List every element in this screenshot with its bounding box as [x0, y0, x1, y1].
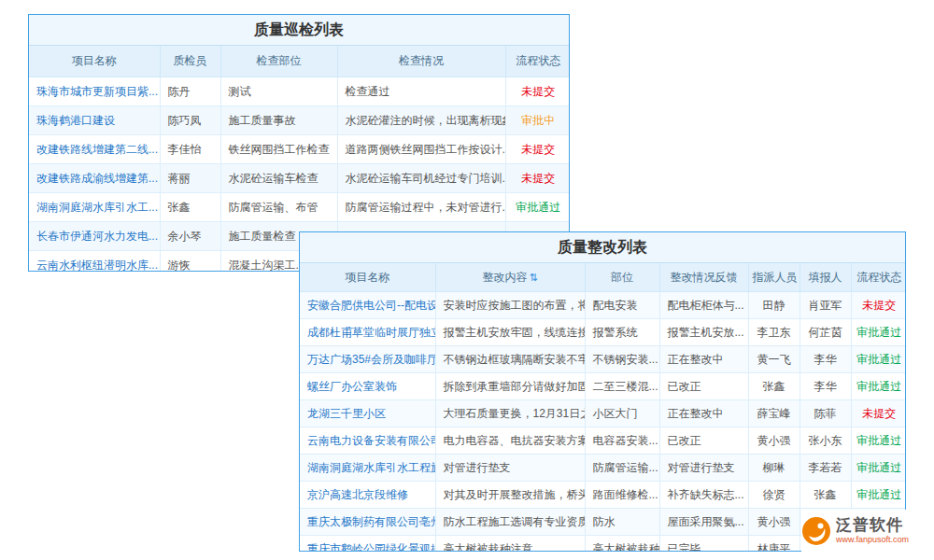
inspection-header-row: 项目名称 质检员 检查部位 检查情况 流程状态 — [29, 46, 570, 77]
part-cell: 防腐管运输... — [585, 455, 659, 482]
status-badge: 审批通过 — [851, 373, 906, 400]
check-situation-cell: 防腐管运输过程中，未对管进行... — [337, 193, 505, 222]
col-header-reporter: 填报人 — [800, 263, 851, 292]
check-part-cell: 测试 — [220, 77, 337, 106]
col-header-rect-content-label: 整改内容 — [482, 271, 527, 284]
assignee-cell: 黄小强 — [748, 427, 800, 455]
rectification-row[interactable]: 云南电力设备安装有限公司20... 电力电容器、电抗器安装方案... 电容器安装… — [300, 427, 906, 455]
project-link[interactable]: 改建铁路线增建第二线... — [29, 135, 160, 164]
part-cell: 报警系统 — [585, 319, 659, 346]
inspector-cell: 张鑫 — [160, 193, 220, 222]
sort-icon[interactable]: ⇅ — [529, 272, 537, 283]
col-header-part: 部位 — [585, 263, 659, 292]
project-link[interactable]: 重庆太极制药有限公司亳州中... — [300, 509, 435, 536]
project-link[interactable]: 长春市伊通河水力发电... — [29, 222, 160, 251]
part-cell: 路面维修检... — [585, 482, 659, 509]
col-header-inspector: 质检员 — [160, 46, 220, 77]
project-link[interactable]: 京沪高速北京段维修 — [300, 482, 435, 509]
project-link[interactable]: 湖南洞庭湖水库引水工... — [29, 193, 160, 222]
inspector-cell: 陈巧凤 — [160, 106, 220, 135]
check-situation-cell: 道路两侧铁丝网围挡工作按设计... — [337, 135, 505, 164]
assignee-cell: 徐贤 — [748, 482, 800, 509]
rectification-header-row: 项目名称 整改内容⇅ 部位 整改情况反馈 指派人员 填报人 流程状态 — [300, 263, 906, 292]
part-cell: 配电安装 — [585, 292, 659, 319]
col-header-check-part: 检查部位 — [220, 46, 337, 77]
col-header-assignee: 指派人员 — [748, 263, 800, 292]
inspection-row[interactable]: 改建铁路线增建第二线... 李佳怡 铁丝网围挡工作检查 道路两侧铁丝网围挡工作按… — [29, 135, 570, 164]
status-badge: 未提交 — [851, 292, 906, 319]
rectification-row[interactable]: 成都杜甫草堂临时展厅独立展... 报警主机安放牢固，线缆连接... 报警系统 报… — [300, 319, 906, 346]
feedback-cell: 配电柜柜体与... — [659, 292, 748, 319]
reporter-cell: 李若若 — [800, 455, 851, 482]
fanpu-logo: 泛普软件 www.fanpusoft.com — [801, 510, 928, 553]
project-link[interactable]: 珠海市城市更新项目紫... — [29, 77, 160, 106]
status-badge: 审批通过 — [851, 482, 906, 509]
rectification-row[interactable]: 湖南洞庭湖水库引水工程施工M... 对管进行垫支 防腐管运输... 对管进行垫支… — [300, 455, 906, 482]
rect-content-cell: 报警主机安放牢固，线缆连接... — [435, 319, 585, 346]
project-link[interactable]: 螺丝厂办公室装饰 — [300, 373, 435, 400]
col-header-rect-content[interactable]: 整改内容⇅ — [435, 263, 585, 292]
status-badge: 未提交 — [505, 135, 570, 164]
inspector-cell: 余小琴 — [160, 222, 220, 251]
inspection-list-title: 质量巡检列表 — [29, 15, 569, 46]
inspection-row[interactable]: 改建铁路成渝线增建第... 蒋丽 水泥砼运输车检查 水泥砼运输车司机经过专门培训… — [29, 164, 570, 193]
rectification-row[interactable]: 螺丝厂办公室装饰 拆除到承重墙部分请做好加固... 二至三楼混... 已改正 张… — [300, 373, 906, 400]
inspection-row[interactable]: 珠海鹤港口建设 陈巧凤 施工质量事故 水泥砼灌注的时候，出现离析现象 审批中 — [29, 106, 570, 135]
assignee-cell: 李卫东 — [748, 319, 800, 346]
status-badge: 未提交 — [505, 77, 570, 106]
project-link[interactable]: 云南水利枢纽潜明水库... — [29, 251, 160, 273]
assignee-cell: 薛宝峰 — [748, 400, 800, 427]
rect-content-cell: 拆除到承重墙部分请做好加固... — [435, 373, 585, 400]
part-cell: 电容器安装... — [585, 427, 659, 455]
rectification-row[interactable]: 安徽合肥供电公司--配电设备... 安装时应按施工图的布置，将... 配电安装 … — [300, 292, 906, 319]
part-cell: 小区大门 — [585, 400, 659, 427]
project-link[interactable]: 成都杜甫草堂临时展厅独立展... — [300, 319, 435, 346]
project-link[interactable]: 万达广场35#会所及咖啡厅空... — [300, 346, 435, 373]
part-cell: 二至三楼混... — [585, 373, 659, 400]
reporter-cell: 李华 — [800, 346, 851, 373]
project-link[interactable]: 改建铁路成渝线增建第... — [29, 164, 160, 193]
project-link[interactable]: 云南电力设备安装有限公司20... — [300, 427, 435, 455]
col-header-flow-status: 流程状态 — [505, 46, 570, 77]
feedback-cell: 已改正 — [659, 427, 748, 455]
fanpu-logo-icon — [801, 516, 831, 546]
check-situation-cell: 水泥砼灌注的时候，出现离析现象 — [337, 106, 505, 135]
check-part-cell: 防腐管运输、布管 — [220, 193, 337, 222]
inspector-cell: 李佳怡 — [160, 135, 220, 164]
project-link[interactable]: 安徽合肥供电公司--配电设备... — [300, 292, 435, 319]
rect-content-cell: 不锈钢边框玻璃隔断安装不牢... — [435, 346, 585, 373]
assignee-cell: 柳琳 — [748, 455, 800, 482]
rect-content-cell: 对其及时开展整改措施，桥头... — [435, 482, 585, 509]
inspector-cell: 陈丹 — [160, 77, 220, 106]
feedback-cell: 补齐缺失标志... — [659, 482, 748, 509]
reporter-cell: 陈菲 — [800, 400, 851, 427]
inspection-row[interactable]: 湖南洞庭湖水库引水工... 张鑫 防腐管运输、布管 防腐管运输过程中，未对管进行… — [29, 193, 570, 222]
feedback-cell: 已改正 — [659, 373, 748, 400]
rectification-row[interactable]: 京沪高速北京段维修 对其及时开展整改措施，桥头... 路面维修检... 补齐缺失… — [300, 482, 906, 509]
status-badge: 审批通过 — [851, 427, 906, 455]
check-part-cell: 水泥砼运输车检查 — [220, 164, 337, 193]
project-link[interactable]: 珠海鹤港口建设 — [29, 106, 160, 135]
rect-content-cell: 对管进行垫支 — [435, 455, 585, 482]
rectification-row[interactable]: 万达广场35#会所及咖啡厅空... 不锈钢边框玻璃隔断安装不牢... 不锈钢安装… — [300, 346, 906, 373]
reporter-cell: 张小东 — [800, 427, 851, 455]
project-link[interactable]: 龙湖三千里小区 — [300, 400, 435, 427]
assignee-cell: 张鑫 — [748, 373, 800, 400]
rectification-row[interactable]: 龙湖三千里小区 大理石质量更换，12月31日之... 小区大门 正在整改中 薛宝… — [300, 400, 906, 427]
rect-content-cell: 安装时应按施工图的布置，将... — [435, 292, 585, 319]
logo-url[interactable]: www.fanpusoft.com — [836, 536, 909, 545]
check-situation-cell: 检查通过 — [337, 77, 505, 106]
status-badge: 审批通过 — [851, 319, 906, 346]
feedback-cell: 报警主机安放... — [659, 319, 748, 346]
project-link[interactable]: 重庆市鹅岭公园绿化景观提升... — [300, 536, 435, 553]
assignee-cell: 林康平 — [748, 536, 800, 553]
inspector-cell: 游恢 — [160, 251, 220, 273]
part-cell: 防水 — [585, 509, 659, 536]
inspection-row[interactable]: 珠海市城市更新项目紫... 陈丹 测试 检查通过 未提交 — [29, 77, 570, 106]
feedback-cell: 正在整改中 — [659, 346, 748, 373]
assignee-cell: 田静 — [748, 292, 800, 319]
feedback-cell: 正在整改中 — [659, 400, 748, 427]
rectification-list-panel: 质量整改列表 项目名称 整改内容⇅ 部位 整改情况反馈 指派人员 填报人 流程状… — [299, 231, 906, 552]
project-link[interactable]: 湖南洞庭湖水库引水工程施工M... — [300, 455, 435, 482]
reporter-cell: 张鑫 — [800, 482, 851, 509]
